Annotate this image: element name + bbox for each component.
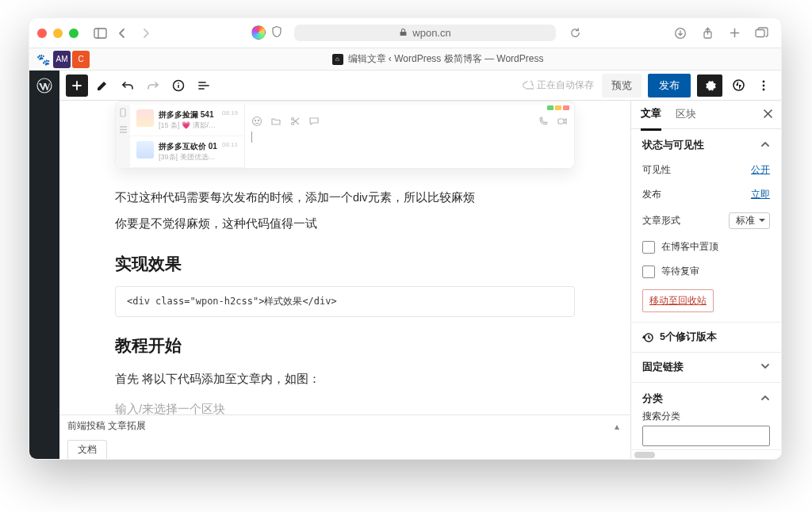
editor-canvas-scroll[interactable]: 拼多多捡漏 541 [15 条] 💗 漓影/每问题首说… 08:19 xyxy=(59,101,630,415)
history-icon xyxy=(642,332,653,343)
tab-strip: 🐾 AM C ⌂ 编辑文章 ‹ WordPress 极简博客 — WordPre… xyxy=(29,48,781,71)
maximize-window-button[interactable] xyxy=(69,29,79,38)
metabox-header[interactable]: 前端投稿 文章拓展 ▴ xyxy=(59,415,630,437)
emoji-icon xyxy=(251,116,262,127)
svg-point-26 xyxy=(253,117,262,126)
publish-value[interactable]: 立即 xyxy=(751,188,770,201)
info-button[interactable] xyxy=(167,75,190,97)
tab-post[interactable]: 文章 xyxy=(641,101,661,131)
svg-point-27 xyxy=(255,120,255,120)
url-host: wpon.cn xyxy=(412,27,450,39)
panel-header[interactable]: 分类 xyxy=(642,392,770,406)
tab-overview-icon[interactable] xyxy=(751,25,772,42)
svg-point-18 xyxy=(733,80,744,90)
privacy-shield-icon[interactable] xyxy=(270,25,283,41)
outline-button[interactable] xyxy=(193,75,215,97)
metabox-tab-document[interactable]: 文档 xyxy=(67,440,107,459)
chat-list-item: 拼多多捡漏 541 [15 条] 💗 漓影/每问题首说… 08:19 xyxy=(130,105,244,136)
chat-mini-sidebar xyxy=(116,105,130,168)
svg-rect-0 xyxy=(94,29,106,38)
svg-point-20 xyxy=(763,84,765,86)
undo-button[interactable] xyxy=(117,75,139,97)
svg-rect-8 xyxy=(756,30,764,37)
back-button[interactable] xyxy=(112,25,132,42)
publish-button[interactable]: 发布 xyxy=(648,74,691,97)
heading[interactable]: 实现效果 xyxy=(115,253,575,275)
sidebar-tabs: 文章 区块 xyxy=(631,101,781,129)
code-block[interactable]: <div class="wpon-h2css">样式效果</div> xyxy=(115,286,575,317)
chevron-up-icon xyxy=(760,393,770,405)
reload-button[interactable] xyxy=(567,27,583,39)
close-sidebar-button[interactable] xyxy=(763,109,773,121)
sticky-checkbox[interactable]: 在博客中置顶 xyxy=(642,240,770,254)
jetpack-icon[interactable] xyxy=(727,75,749,97)
tab-title: 编辑文章 ‹ WordPress 极简博客 — WordPress xyxy=(348,52,544,66)
block-placeholder[interactable]: 输入/来选择一个区块 xyxy=(115,402,575,415)
post-format-row: 文章形式 标准 xyxy=(642,212,770,229)
search-category-input[interactable] xyxy=(642,426,770,446)
horizontal-scrollbar[interactable] xyxy=(631,449,781,459)
video-icon xyxy=(557,116,568,127)
favorites-bar: 🐾 AM C xyxy=(29,48,94,70)
svg-point-19 xyxy=(763,80,765,82)
add-block-button[interactable] xyxy=(66,75,88,97)
site-settings-icon[interactable] xyxy=(251,25,266,40)
wordpress-logo-icon xyxy=(36,78,52,94)
paragraph[interactable]: 首先 将以下代码添加至文章内，如图： xyxy=(115,368,575,391)
edit-mode-icon[interactable] xyxy=(91,75,113,97)
settings-button[interactable] xyxy=(697,75,722,97)
publish-row: 发布 立即 xyxy=(642,188,770,201)
embedded-image-chat: 拼多多捡漏 541 [15 条] 💗 漓影/每问题首说… 08:19 xyxy=(115,101,575,169)
editor-frame: 正在自动保存 预览 发布 xyxy=(59,71,781,459)
share-icon[interactable] xyxy=(697,25,718,42)
paragraph[interactable]: 你要是不觉得麻烦，这种代码值得一试 xyxy=(115,212,575,235)
chevron-up-icon xyxy=(760,139,770,151)
panel-permalink[interactable]: 固定链接 xyxy=(631,353,781,383)
editor-toolbar: 正在自动保存 预览 发布 xyxy=(59,71,781,101)
chat-icon xyxy=(308,116,320,127)
sidebar-scroll[interactable]: 状态与可见性 可见性 公开 发布 立即 xyxy=(631,129,781,449)
safari-window: wpon.cn 🐾 AM C xyxy=(29,17,782,460)
favorite-1[interactable]: 🐾 xyxy=(34,51,52,68)
pending-review-checkbox[interactable]: 等待复审 xyxy=(642,265,770,278)
scissors-icon xyxy=(289,116,301,127)
metabox-tabs: 文档 xyxy=(59,437,630,459)
svg-rect-33 xyxy=(558,119,564,124)
heading[interactable]: 教程开始 xyxy=(115,334,575,357)
favorite-2[interactable]: AM xyxy=(53,51,71,68)
svg-point-21 xyxy=(763,88,765,90)
svg-point-28 xyxy=(258,120,259,120)
phone-icon xyxy=(118,108,128,117)
downloads-icon[interactable] xyxy=(670,25,691,42)
forward-button[interactable] xyxy=(136,25,156,42)
svg-point-14 xyxy=(178,82,179,84)
active-tab[interactable]: ⌂ 编辑文章 ‹ WordPress 极简博客 — WordPress xyxy=(94,48,781,70)
lock-icon xyxy=(399,27,408,39)
new-tab-icon[interactable] xyxy=(724,25,745,42)
collapse-icon[interactable]: ▴ xyxy=(615,421,619,432)
more-menu-button[interactable] xyxy=(753,75,775,97)
tab-block[interactable]: 区块 xyxy=(676,101,696,129)
panel-revisions[interactable]: 5个修订版本 xyxy=(631,323,781,353)
tab-favicon: ⌂ xyxy=(332,54,343,65)
paragraph[interactable]: 不过这种代码需要每次发布的时候，添加一个div元素，所以比较麻烦 xyxy=(115,186,575,209)
redo-button[interactable] xyxy=(142,75,164,97)
svg-rect-22 xyxy=(121,109,125,117)
panel-categories: 分类 搜索分类 初创 xyxy=(631,383,781,449)
editor-workspace: 拼多多捡漏 541 [15 条] 💗 漓影/每问题首说… 08:19 xyxy=(59,101,781,459)
address-bar[interactable]: wpon.cn xyxy=(294,25,556,41)
panel-header[interactable]: 状态与可见性 xyxy=(642,139,770,152)
preview-button[interactable]: 预览 xyxy=(602,74,642,97)
post-format-select[interactable]: 标准 xyxy=(729,212,770,229)
favorite-3[interactable]: C xyxy=(72,51,90,68)
wp-admin-bar[interactable] xyxy=(29,71,59,459)
sidebar-toggle-icon[interactable] xyxy=(90,25,110,42)
browser-titlebar: wpon.cn xyxy=(29,18,781,48)
folder-icon xyxy=(270,116,282,127)
settings-sidebar: 文章 区块 状态与可见性 xyxy=(630,101,781,459)
move-to-trash-button[interactable]: 移动至回收站 xyxy=(642,289,714,312)
close-window-button[interactable] xyxy=(37,29,47,38)
visibility-value[interactable]: 公开 xyxy=(751,163,770,177)
post-content: 拼多多捡漏 541 [15 条] 💗 漓影/每问题首说… 08:19 xyxy=(115,101,575,415)
minimize-window-button[interactable] xyxy=(53,29,63,38)
